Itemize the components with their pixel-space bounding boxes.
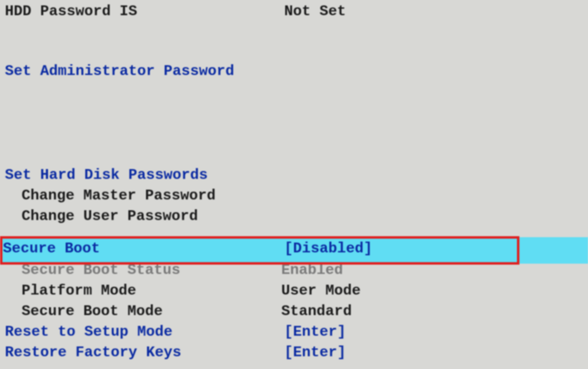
secure-boot-mode-row: Secure Boot Mode Standard	[0, 303, 588, 323]
secure-boot-status-value: Enabled	[281, 262, 588, 278]
hdd-password-label: HDD Password IS	[5, 3, 284, 20]
hdd-password-value: Not Set	[284, 3, 588, 20]
secure-boot-row[interactable]: Secure Boot [Disabled]	[0, 235, 588, 262]
set-hdd-passwords-label: Set Hard Disk Passwords	[5, 167, 284, 183]
restore-factory-keys-label: Restore Factory Keys	[5, 344, 284, 361]
secure-boot-label: Secure Boot	[3, 240, 284, 257]
reset-to-setup-mode-row[interactable]: Reset to Setup Mode [Enter]	[0, 323, 588, 344]
secure-boot-status-label: Secure Boot Status	[22, 262, 281, 278]
restore-factory-keys-row[interactable]: Restore Factory Keys [Enter]	[0, 344, 588, 365]
set-hdd-passwords[interactable]: Set Hard Disk Passwords	[0, 167, 588, 187]
change-master-password-label: Change Master Password	[22, 187, 301, 204]
platform-mode-label: Platform Mode	[22, 282, 281, 299]
bios-panel: HDD Password IS Not Set Set Administrato…	[0, 0, 588, 365]
change-user-password-label: Change User Password	[22, 208, 301, 224]
change-user-password[interactable]: Change User Password	[0, 208, 588, 228]
secure-boot-mode-value: Standard	[281, 303, 588, 320]
set-admin-password-label: Set Administrator Password	[5, 63, 284, 79]
hdd-password-row: HDD Password IS Not Set	[0, 3, 588, 24]
secure-boot-status-row: Secure Boot Status Enabled	[0, 262, 588, 282]
platform-mode-row: Platform Mode User Mode	[0, 282, 588, 303]
secure-boot-value: [Disabled]	[284, 240, 588, 257]
reset-to-setup-mode-label: Reset to Setup Mode	[5, 323, 284, 340]
reset-to-setup-mode-value: [Enter]	[284, 323, 588, 340]
platform-mode-value: User Mode	[281, 282, 588, 299]
change-master-password[interactable]: Change Master Password	[0, 187, 588, 208]
restore-factory-keys-value: [Enter]	[284, 344, 588, 361]
set-admin-password[interactable]: Set Administrator Password	[0, 63, 588, 83]
secure-boot-mode-label: Secure Boot Mode	[22, 303, 281, 320]
